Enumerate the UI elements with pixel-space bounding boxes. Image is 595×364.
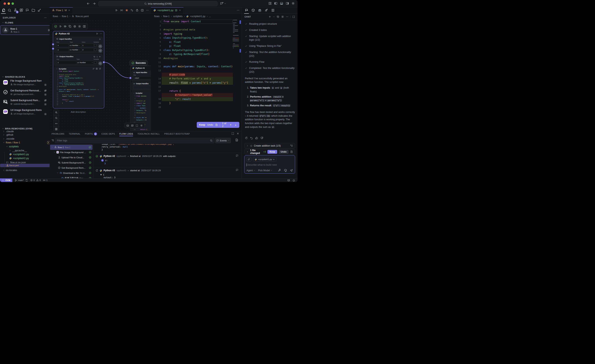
node-header[interactable]: Python #2 — [53, 31, 104, 36]
breadcrumb-item[interactable]: flows — [154, 15, 160, 18]
target-icon[interactable] — [73, 25, 76, 28]
send-message-icon[interactable] — [290, 169, 293, 172]
activity-item-files[interactable] — [1, 8, 5, 12]
file-changes-card[interactable]: 1 file changed +3 Keep Undo — [244, 149, 295, 155]
breadcrumb-item[interactable]: flow-1 — [62, 15, 68, 18]
nav-back-icon[interactable] — [86, 2, 90, 5]
explorer-more-icon[interactable] — [44, 16, 47, 19]
output-port[interactable] — [103, 61, 105, 63]
eye-off-icon[interactable] — [44, 99, 47, 102]
flow-canvas[interactable]: Python #2Input HandlesKeyTypeValueNullab… — [50, 19, 151, 131]
log-tree-item[interactable]: Get Background Rem... — [50, 165, 92, 170]
add-description-button[interactable]: Add description — [53, 111, 104, 113]
comment-icon[interactable] — [236, 154, 238, 157]
node-header[interactable]: Python #3 — [130, 66, 151, 70]
eye-off-icon[interactable] — [44, 89, 47, 92]
expand-chat-icon[interactable] — [292, 15, 295, 18]
gear-icon[interactable] — [98, 48, 103, 53]
close-window-button[interactable] — [4, 2, 6, 5]
input-port[interactable] — [52, 48, 54, 50]
close-panel-icon[interactable] — [237, 132, 239, 135]
gear-icon[interactable] — [78, 25, 81, 28]
book-icon[interactable] — [96, 68, 98, 70]
breadcrumb-item[interactable]: ... — [209, 15, 211, 18]
chat-panel-tab-chat-sparkle[interactable] — [245, 8, 248, 12]
split-columns-icon[interactable] — [83, 25, 86, 28]
block-settings-gear-icon[interactable] — [44, 83, 47, 86]
previous-change-icon[interactable] — [229, 124, 232, 126]
minimap[interactable] — [233, 20, 239, 54]
project-section-header[interactable]: BRIA-REMOVEBG [OVM] — [0, 127, 50, 130]
zoom-in-button[interactable] — [54, 110, 59, 115]
history-icon[interactable] — [93, 56, 95, 58]
file-tree-item[interactable]: .vscode — [0, 137, 50, 141]
gear-icon[interactable] — [98, 44, 103, 49]
log-tree-item[interactable]: BRFile Image Background ... — [50, 150, 92, 155]
play-icon[interactable] — [96, 32, 98, 35]
ellipsis-icon[interactable] — [100, 32, 102, 35]
file-tree-item[interactable]: .github — [0, 133, 50, 137]
panel-tab-ports[interactable]: PORTS1 — [85, 131, 97, 136]
activity-item-key[interactable] — [37, 8, 41, 12]
open-diff-icon[interactable] — [215, 123, 218, 126]
nullable-checkbox[interactable] — [94, 48, 97, 51]
ellipsis-icon[interactable] — [146, 9, 149, 12]
open-changes-icon[interactable] — [290, 150, 293, 153]
width-fit-button[interactable] — [54, 121, 59, 126]
cloud-run-icon[interactable] — [284, 169, 287, 172]
breadcrumb-item[interactable]: +scriptlet#1.py — [190, 15, 205, 18]
chat-panel-tab-rocket[interactable] — [264, 8, 268, 12]
block-settings-gear-icon[interactable] — [44, 103, 47, 106]
panel-tab-project-bootstrap[interactable]: PROJECT BOOTSTRAP — [164, 131, 190, 136]
git-branch-status[interactable]: main* — [15, 179, 28, 182]
flow-list-item-flow-1[interactable]: flow-1 flow-1 — [0, 25, 50, 35]
swap-icon[interactable] — [130, 9, 134, 12]
activity-item-folder[interactable] — [31, 8, 35, 12]
log-tree-item[interactable]: Upload File to Cloud... — [50, 155, 92, 160]
context-file-chip[interactable]: +scriptlet#1.py + — [253, 157, 276, 162]
ports-status[interactable]: 1 — [43, 179, 47, 181]
handle-type-select[interactable]: 123Number — [69, 48, 82, 52]
share-icon[interactable] — [136, 9, 139, 12]
handle-value-input[interactable]: 2 — [81, 48, 94, 52]
keep-button[interactable]: Keep — [199, 123, 205, 126]
shared-blocks-section-header[interactable]: SHARED BLOCKS — [0, 75, 50, 79]
panel-tab-terminal[interactable]: TERMINAL — [69, 131, 80, 136]
minimize-window-button[interactable] — [7, 2, 10, 5]
customize-layout-icon[interactable] — [269, 2, 272, 5]
burst-icon[interactable] — [125, 9, 128, 12]
node-scriptlet-code[interactable]: 1from oocana import Context23#region gen… — [56, 71, 102, 106]
panel-tab-code-deps[interactable]: CODE DEPS — [101, 131, 115, 136]
shared-block-item[interactable]: Submit Background Rem...submit-backgroun… — [0, 99, 50, 107]
handle-key-input[interactable]: y — [57, 48, 69, 52]
play-all-icon[interactable] — [64, 25, 67, 28]
attach-button[interactable] — [246, 157, 252, 162]
gear-icon[interactable] — [140, 124, 143, 127]
command-center-search[interactable]: bria-removebg [OVM] — [98, 1, 217, 6]
flow-breadcrumb[interactable]: flows›flow-1›flow.oo.yaml — [50, 13, 151, 19]
file-tree-item[interactable]: +scriptlet#2.pyU — [0, 156, 50, 160]
model-picker-dropdown[interactable]: Pick Model — [258, 169, 272, 172]
handle-type-select[interactable]: 123Number — [76, 61, 94, 64]
remote-indicator[interactable]: OVM — [0, 178, 12, 182]
paperclip-icon[interactable] — [92, 68, 95, 70]
undo-changes-button[interactable]: Undo — [279, 150, 289, 154]
handle-value-input[interactable]: 1 — [81, 44, 94, 47]
maximize-window-button[interactable] — [12, 2, 14, 5]
maximize-panel-icon[interactable] — [231, 132, 234, 135]
chevron-down-icon[interactable] — [224, 3, 226, 5]
breadcrumb-item[interactable]: scriptlets — [173, 15, 182, 18]
code-breadcrumb[interactable]: flows›flow-1›scriptlets›+scriptlet#1.py›… — [151, 13, 241, 19]
file-tree-item[interactable]: +scriptlet#1.py — [0, 152, 50, 156]
toggle-panel-icon[interactable] — [280, 2, 283, 5]
next-change-icon[interactable] — [234, 124, 237, 126]
shared-block-item[interactable]: BRUrl Image Background Remo...url-image-… — [0, 108, 50, 117]
activity-item-chat-sparkle[interactable] — [25, 8, 29, 12]
log-tree-item[interactable]: Submit Background R... — [50, 160, 92, 165]
new-chat-icon[interactable] — [269, 15, 271, 18]
gear-icon[interactable] — [98, 61, 103, 66]
chevron-down-icon[interactable] — [273, 16, 275, 18]
panel-tab-problems[interactable]: PROBLEMS — [52, 131, 64, 136]
node-python-2[interactable]: Python #2Input HandlesKeyTypeValueNullab… — [53, 31, 104, 108]
file-tree-item[interactable]: __pycache__ — [0, 149, 50, 152]
